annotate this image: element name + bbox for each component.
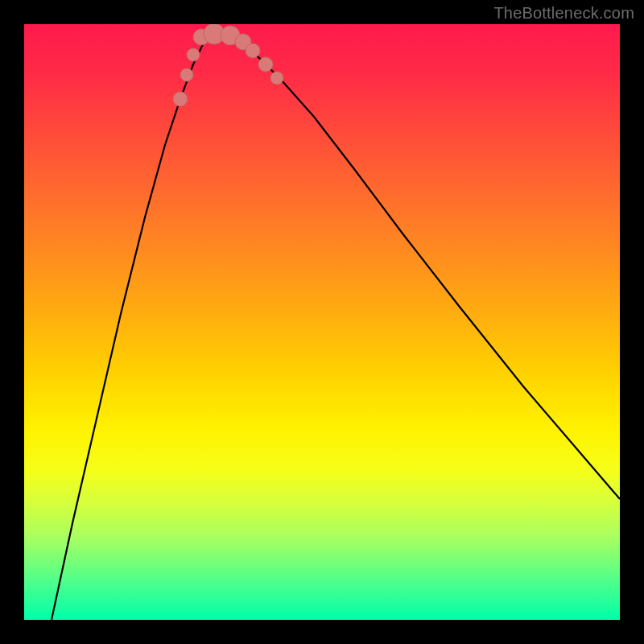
chart-frame: TheBottleneck.com <box>0 0 644 644</box>
marker-dot <box>180 68 193 81</box>
marker-dot <box>173 92 188 106</box>
curve-layer <box>24 24 620 620</box>
marker-dot <box>187 48 200 61</box>
marker-dot <box>258 57 273 72</box>
bottleneck-curve <box>52 34 620 620</box>
marker-group <box>173 24 283 106</box>
plot-area <box>24 24 620 620</box>
marker-dot <box>246 43 260 58</box>
marker-dot <box>270 72 283 85</box>
watermark-text: TheBottleneck.com <box>493 5 634 21</box>
